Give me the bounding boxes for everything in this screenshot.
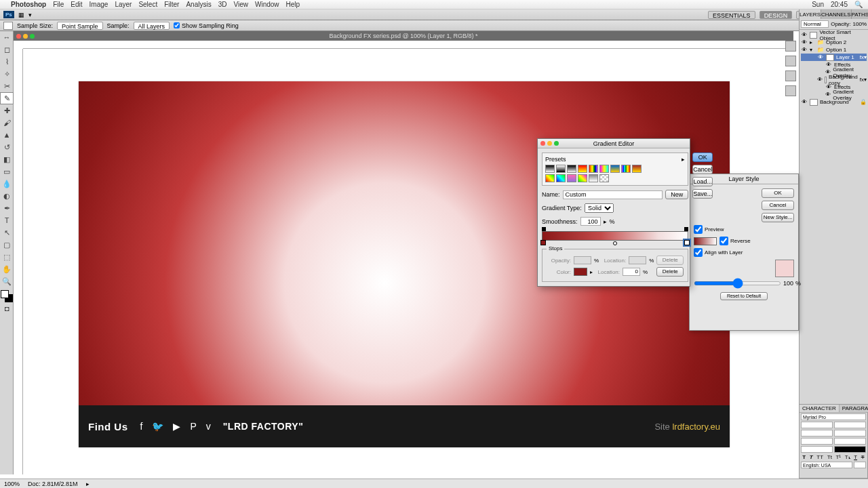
tab-layers[interactable]: LAYERS [800, 9, 821, 19]
dialog-titlebar[interactable]: Gradient Editor [538, 139, 690, 148]
tool-preset-icon[interactable] [3, 22, 13, 30]
layer-row[interactable]: 👁Background copyfx▾ [801, 76, 867, 83]
font-size-field[interactable] [801, 422, 833, 428]
preset-swatch[interactable] [567, 165, 576, 173]
doc-info[interactable]: Doc: 2.81M/2.81M [28, 481, 78, 487]
visibility-icon[interactable]: 👁 [817, 77, 823, 83]
ruler-vertical[interactable] [14, 49, 23, 474]
heal-tool[interactable]: ✚ [0, 104, 14, 117]
visibility-icon[interactable]: 👁 [817, 54, 824, 60]
swatches-panel-icon[interactable] [785, 56, 796, 66]
workspace-essentials[interactable]: ESSENTIALS [708, 11, 755, 19]
color-stop[interactable] [540, 240, 546, 245]
vscale-field[interactable] [801, 438, 833, 445]
tab-character[interactable]: CHARACTER [800, 405, 840, 412]
visibility-icon[interactable]: 👁 [801, 47, 808, 53]
zoom-tool[interactable]: 🔍 [0, 275, 14, 287]
font-family-select[interactable]: Myriad Pro [801, 413, 866, 420]
color-swatch[interactable] [574, 268, 587, 276]
reset-button[interactable]: Reset to Default [720, 292, 768, 300]
location-field[interactable]: 0 [623, 268, 640, 276]
hand-tool[interactable]: ✋ [0, 263, 14, 275]
name-input[interactable] [563, 190, 663, 199]
layer-group[interactable]: 👁▾📁Option 1 [801, 46, 867, 54]
load-button[interactable]: Load... [692, 177, 713, 186]
blur-tool[interactable]: 💧 [0, 178, 14, 190]
visibility-icon[interactable]: 👁 [801, 39, 808, 45]
color-stop[interactable] [684, 240, 690, 245]
preset-swatch[interactable] [578, 174, 587, 182]
eyedropper-tool[interactable]: ✎ [0, 92, 14, 104]
menu-edit[interactable]: Edit [71, 1, 82, 8]
delete-button[interactable]: Delete [656, 267, 684, 277]
tab-paragraph[interactable]: PARAGRAPH [840, 405, 868, 412]
tab-channels[interactable]: CHANNELS [821, 9, 852, 19]
ruler-horizontal[interactable] [23, 41, 793, 49]
color-field[interactable] [834, 446, 866, 453]
shape-tool[interactable]: ▢ [0, 239, 14, 251]
preset-swatch[interactable] [599, 165, 609, 173]
type-tool[interactable]: T [0, 214, 14, 226]
language-select[interactable]: English: USA [801, 462, 852, 468]
hscale-field[interactable] [834, 438, 866, 445]
preset-swatch[interactable] [610, 165, 620, 173]
opacity-value[interactable]: 100% [853, 21, 867, 27]
crop-tool[interactable]: ✂ [0, 80, 14, 92]
zoom-dd[interactable]: ▾ [28, 12, 32, 18]
move-tool[interactable]: ↔ [0, 31, 14, 43]
zoom-icon[interactable] [30, 34, 35, 39]
ok-button[interactable]: OK [692, 152, 713, 162]
cancel-button[interactable]: Cancel [762, 201, 794, 210]
app-name[interactable]: Photoshop [11, 1, 46, 8]
eraser-tool[interactable]: ◧ [0, 153, 14, 165]
menu-3d[interactable]: 3D [218, 1, 227, 8]
marquee-tool[interactable]: ◻ [0, 43, 14, 56]
leading-field[interactable] [834, 422, 866, 428]
sample-select[interactable]: All Layers [134, 22, 170, 30]
fx-icon[interactable]: fx▾ [860, 54, 867, 60]
gradient-bar[interactable] [542, 231, 688, 241]
zoom-icon[interactable] [554, 141, 559, 146]
show-sampling-ring-checkbox[interactable]: Show Sampling Ring [174, 22, 239, 29]
preset-swatch[interactable] [589, 165, 598, 173]
stamp-tool[interactable]: ▲ [0, 129, 14, 141]
fx-icon[interactable]: fx▾ [860, 77, 867, 83]
history-panel-icon[interactable] [785, 41, 796, 52]
layer-row[interactable]: 👁Layer 1fx▾ [801, 54, 867, 61]
menu-image[interactable]: Image [90, 1, 108, 8]
spotlight-icon[interactable]: 🔍 [854, 1, 863, 8]
preset-swatch[interactable] [589, 174, 598, 182]
preset-swatch[interactable] [599, 174, 609, 182]
reverse-checkbox[interactable]: Reverse [719, 237, 751, 245]
midpoint-stop[interactable] [613, 241, 617, 245]
visibility-icon[interactable]: 👁 [801, 32, 808, 38]
close-icon[interactable] [540, 141, 545, 146]
aa-select[interactable] [854, 462, 866, 468]
ok-button[interactable]: OK [762, 188, 794, 198]
new-style-button[interactable]: New Style... [762, 213, 794, 222]
opacity-stop[interactable] [684, 227, 688, 231]
cancel-button[interactable]: Cancel [692, 165, 713, 174]
dodge-tool[interactable]: ◐ [0, 190, 14, 202]
menu-view[interactable]: View [233, 1, 248, 8]
delete-button[interactable]: Delete [656, 256, 684, 265]
preset-swatch[interactable] [578, 165, 587, 173]
layer-row[interactable]: 👁Vector Smart Object [801, 31, 867, 39]
3d-tool[interactable]: ⬚ [0, 251, 14, 263]
kerning-field[interactable] [801, 430, 833, 436]
baseline-field[interactable] [801, 446, 833, 453]
minimize-icon[interactable] [23, 34, 28, 39]
preset-swatch[interactable] [556, 165, 566, 173]
blend-mode-select[interactable]: Normal [801, 20, 829, 28]
styles-panel-icon[interactable] [785, 70, 796, 81]
preset-swatch[interactable] [621, 165, 631, 173]
preset-swatch[interactable] [545, 174, 555, 182]
preset-swatch[interactable] [567, 174, 576, 182]
history-brush-tool[interactable]: ↺ [0, 141, 14, 153]
preset-swatch[interactable] [632, 165, 642, 173]
menu-analysis[interactable]: Analysis [186, 1, 211, 8]
preset-swatch[interactable] [545, 165, 555, 173]
gradient-tool[interactable]: ▭ [0, 165, 14, 178]
workspace-design[interactable]: DESIGN [760, 11, 793, 19]
layer-fx[interactable]: 👁Gradient Overlay [801, 91, 867, 98]
